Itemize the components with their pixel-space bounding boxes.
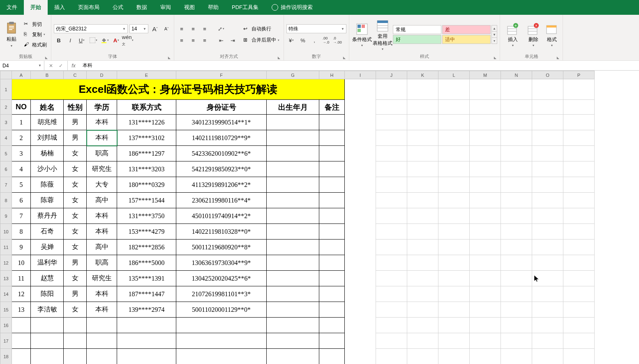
cell[interactable] <box>532 193 563 208</box>
table-cell[interactable] <box>87 349 117 364</box>
table-cell[interactable]: 13063619730304**9* <box>176 255 267 271</box>
cell[interactable] <box>345 286 376 302</box>
style-neutral[interactable]: 适中 <box>442 35 491 44</box>
row-header-15[interactable]: 15 <box>0 302 12 318</box>
table-cell[interactable]: 温利华 <box>31 255 64 271</box>
cell[interactable] <box>563 130 595 146</box>
row-header-8[interactable]: 8 <box>0 193 12 208</box>
cell[interactable] <box>345 271 376 286</box>
cell[interactable] <box>532 271 563 286</box>
cell[interactable] <box>501 177 532 193</box>
cell[interactable] <box>470 333 501 349</box>
table-cell[interactable]: 23062119980116**4* <box>176 193 267 208</box>
table-cell[interactable]: 男 <box>64 255 87 271</box>
table-cell[interactable]: 本科 <box>87 302 117 318</box>
underline-button[interactable]: U▾ <box>77 36 87 45</box>
cell[interactable] <box>501 130 532 146</box>
table-cell[interactable]: 137****3102 <box>117 130 176 146</box>
table-cell[interactable] <box>319 208 345 224</box>
row-header-5[interactable]: 5 <box>0 146 12 161</box>
cell[interactable] <box>407 208 438 224</box>
cell[interactable] <box>438 177 470 193</box>
cell[interactable] <box>501 240 532 255</box>
table-cell[interactable]: 45010119740914**2* <box>176 208 267 224</box>
number-format-select[interactable]: 特殊 ▼ <box>286 24 346 33</box>
table-cell[interactable]: 职高 <box>87 255 117 271</box>
cell[interactable] <box>345 193 376 208</box>
cell[interactable] <box>532 146 563 161</box>
table-cell[interactable] <box>64 318 87 333</box>
table-cell[interactable]: 大专 <box>87 177 117 193</box>
cell[interactable] <box>563 177 595 193</box>
table-cell[interactable]: 186****5000 <box>117 255 176 271</box>
row-header-10[interactable]: 10 <box>0 224 12 240</box>
cell[interactable] <box>407 79 438 100</box>
cell[interactable] <box>563 224 595 240</box>
table-cell[interactable] <box>267 333 319 349</box>
table-cell[interactable]: 男 <box>64 130 87 146</box>
table-cell[interactable]: 6 <box>12 193 31 208</box>
cell[interactable] <box>407 100 438 115</box>
cut-button[interactable]: ✂ 剪切 <box>22 20 48 29</box>
increase-decimal-button[interactable]: .00→.0 <box>321 36 331 45</box>
cell[interactable] <box>470 79 501 100</box>
table-cell[interactable]: 131****3203 <box>117 161 176 177</box>
table-cell[interactable]: 2 <box>12 130 31 146</box>
table-cell[interactable]: 吴婵 <box>31 240 64 255</box>
cell[interactable] <box>376 130 407 146</box>
table-cell[interactable] <box>319 255 345 271</box>
cell[interactable] <box>345 349 376 364</box>
table-cell[interactable] <box>319 177 345 193</box>
row-header-6[interactable]: 6 <box>0 161 12 177</box>
cell[interactable] <box>376 255 407 271</box>
cell[interactable] <box>532 255 563 271</box>
table-cell[interactable]: 女 <box>64 208 87 224</box>
cell[interactable] <box>438 302 470 318</box>
cell[interactable] <box>501 271 532 286</box>
cell[interactable] <box>345 255 376 271</box>
table-header[interactable]: 备注 <box>319 100 345 115</box>
cell[interactable] <box>470 349 501 364</box>
table-cell[interactable]: 5 <box>12 177 31 193</box>
table-cell[interactable]: 赵慧 <box>31 271 64 286</box>
table-cell[interactable] <box>267 146 319 161</box>
cell[interactable] <box>438 240 470 255</box>
cell[interactable] <box>407 146 438 161</box>
table-cell[interactable] <box>267 318 319 333</box>
cell[interactable] <box>345 318 376 333</box>
phonetic-button[interactable]: wén文▾ <box>123 36 133 45</box>
table-cell[interactable] <box>87 318 117 333</box>
font-color-button[interactable]: A▾ <box>111 36 121 45</box>
table-cell[interactable]: 34012319990514**1* <box>176 115 267 130</box>
table-cell[interactable]: 职高 <box>87 146 117 161</box>
table-cell[interactable] <box>319 115 345 130</box>
table-cell[interactable]: 本科 <box>87 208 117 224</box>
cell[interactable] <box>501 349 532 364</box>
table-cell[interactable]: 131****3750 <box>117 208 176 224</box>
table-cell[interactable]: 139****2974 <box>117 302 176 318</box>
cell[interactable] <box>376 79 407 100</box>
cell[interactable] <box>376 349 407 364</box>
table-cell[interactable] <box>319 318 345 333</box>
table-cell[interactable]: 男 <box>64 115 87 130</box>
table-cell[interactable]: 131****1226 <box>117 115 176 130</box>
table-cell[interactable] <box>319 146 345 161</box>
table-cell[interactable]: 女 <box>64 161 87 177</box>
cell[interactable] <box>563 161 595 177</box>
align-top-button[interactable]: ≡ <box>177 24 187 33</box>
table-cell[interactable] <box>87 333 117 349</box>
cell[interactable] <box>563 115 595 130</box>
row-header-4[interactable]: 4 <box>0 130 12 146</box>
cell[interactable] <box>345 333 376 349</box>
table-header[interactable]: 姓名 <box>31 100 64 115</box>
align-left-button[interactable]: ≡ <box>177 36 187 45</box>
insert-cells-button[interactable]: + 插入 ▼ <box>503 22 523 47</box>
cell[interactable] <box>345 224 376 240</box>
table-cell[interactable] <box>319 193 345 208</box>
col-header-D[interactable]: D <box>87 71 117 79</box>
paste-button[interactable]: 粘贴 ▼ <box>2 22 21 47</box>
col-header-N[interactable]: N <box>501 71 532 79</box>
cell[interactable] <box>376 177 407 193</box>
align-middle-button[interactable]: ≡ <box>188 24 198 33</box>
cell[interactable] <box>376 146 407 161</box>
